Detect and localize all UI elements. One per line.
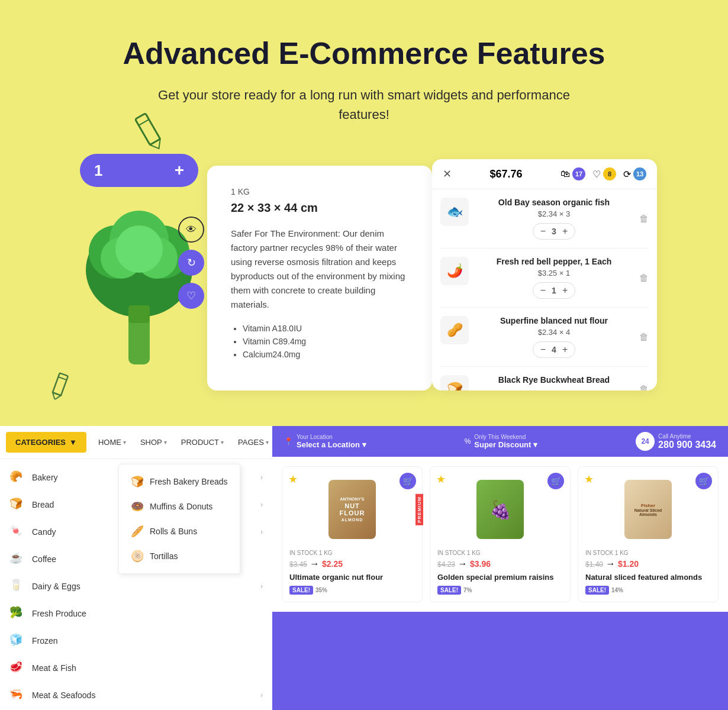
roll-icon: 🥖 bbox=[131, 525, 144, 538]
cart-item-qty-1[interactable]: − 3 + bbox=[533, 223, 575, 240]
qty-plus-btn[interactable]: + bbox=[562, 344, 568, 355]
chevron-right-icon: › bbox=[260, 501, 263, 509]
cart-item: 🥜 Superfine blanced nut flour $2.34 × 4 … bbox=[440, 308, 649, 367]
stock-label-2: IN STOCK 1 KG bbox=[437, 550, 563, 556]
add-to-cart-button-2[interactable]: 🛒 bbox=[547, 473, 564, 489]
cart-icon-button[interactable]: 🛍 17 bbox=[561, 167, 585, 180]
quantity-bar[interactable]: 1 + bbox=[80, 154, 198, 187]
navbar: CATEGORIES ▼ HOME ▾ SHOP ▾ PRODUCT ▾ PAG… bbox=[0, 426, 272, 459]
submenu-rolls[interactable]: 🥖 Rolls & Buns bbox=[119, 519, 240, 544]
cart-item-qty-2[interactable]: − 1 + bbox=[533, 282, 575, 299]
hero-subtitle: Get your store ready for a long run with… bbox=[157, 85, 571, 124]
call-label: Call Anytime bbox=[658, 433, 716, 440]
cart-item-image-1: 🐟 bbox=[440, 198, 469, 226]
sidebar-item-meat-fish[interactable]: 🥩 Meat & Fish bbox=[0, 654, 272, 682]
delete-icon[interactable]: 🗑 bbox=[639, 273, 649, 283]
close-icon[interactable]: ✕ bbox=[443, 167, 452, 180]
chevron-right-icon: › bbox=[260, 691, 263, 699]
price-old-3: $1.40 bbox=[585, 560, 603, 569]
wishlist-star-icon[interactable]: ★ bbox=[436, 473, 446, 486]
svg-point-9 bbox=[115, 225, 163, 273]
sidebar-item-frozen[interactable]: 🧊 Frozen bbox=[0, 627, 272, 654]
view-icon[interactable]: 👁 bbox=[178, 217, 204, 243]
refresh-icon[interactable]: ↻ bbox=[178, 250, 204, 276]
delete-icon[interactable]: 🗑 bbox=[639, 214, 649, 224]
nav-item-product[interactable]: PRODUCT ▾ bbox=[175, 434, 230, 450]
delete-icon[interactable]: 🗑 bbox=[639, 332, 649, 343]
wishlist-icon-button[interactable]: ♡ 8 bbox=[592, 167, 616, 180]
quantity-plus-icon[interactable]: + bbox=[175, 161, 184, 180]
cart-item: 🌶️ Fresh red bell pepper, 1 Each $3.25 ×… bbox=[440, 248, 649, 308]
donut-icon: 🍩 bbox=[131, 500, 144, 513]
cart-count-badge: 17 bbox=[572, 167, 585, 180]
product-visual-panel: 1 + 👁 ↻ bbox=[71, 154, 207, 390]
sidebar-item-fresh-produce[interactable]: 🥦 Fresh Produce bbox=[0, 600, 272, 627]
product-nutrients: Vitamin A18.0IU Vitamin C89.4mg Calcium2… bbox=[231, 324, 408, 359]
phone-item: 24 Call Anytime 280 900 3434 bbox=[636, 432, 716, 451]
meat-icon: 🥩 bbox=[9, 660, 25, 676]
location-item[interactable]: 📍 Your Location Select a Location ▾ bbox=[284, 434, 366, 449]
heart-outline-icon: ♡ bbox=[592, 169, 601, 180]
sale-badge-2: SALE! 7% bbox=[437, 586, 472, 595]
product-dimensions: 22 × 33 × 44 cm bbox=[231, 201, 408, 215]
submenu-tortillas[interactable]: 🫓 Tortillas bbox=[119, 544, 240, 569]
sale-pct-1: 35% bbox=[315, 587, 327, 593]
submenu-muffins[interactable]: 🍩 Muffins & Donuts bbox=[119, 494, 240, 519]
navigation-panel: CATEGORIES ▼ HOME ▾ SHOP ▾ PRODUCT ▾ PAG… bbox=[0, 426, 272, 710]
nav-item-home[interactable]: HOME ▾ bbox=[92, 434, 132, 450]
submenu-label: Fresh Bakery Breads bbox=[150, 477, 228, 486]
submenu-label: Muffins & Donuts bbox=[150, 502, 212, 511]
sidebar-label: Dairy & Eggs bbox=[32, 582, 260, 591]
categories-button[interactable]: CATEGORIES ▼ bbox=[6, 432, 86, 453]
sidebar-item-meat-seafoods[interactable]: 🦐 Meat & Seafoods › bbox=[0, 682, 272, 709]
svg-marker-13 bbox=[50, 392, 61, 401]
nut-flour-image: ANTHONY'S NUT FLOUR ALMOND bbox=[328, 480, 376, 539]
products-grid: ★ 🛒 ANTHONY'S NUT FLOUR ALMOND IN STOCK … bbox=[272, 457, 728, 612]
cart-bag-icon: 🛍 bbox=[561, 169, 570, 179]
qty-plus-btn[interactable]: + bbox=[562, 226, 568, 237]
heart-icon[interactable]: ♡ bbox=[178, 283, 204, 309]
svg-rect-11 bbox=[128, 305, 150, 323]
svg-line-14 bbox=[58, 377, 66, 380]
price-new-3: $1.20 bbox=[618, 559, 639, 569]
wishlist-star-icon[interactable]: ★ bbox=[584, 473, 594, 486]
chevron-down-icon: ▾ bbox=[123, 439, 126, 446]
compare-icon: ⟳ bbox=[623, 169, 631, 180]
delete-icon[interactable]: 🗑 bbox=[639, 384, 649, 390]
qty-minus-icon[interactable]: − bbox=[540, 285, 546, 296]
product-card-3: ★ 🛒 Fisher Natural Sliced Almonds IN STO… bbox=[578, 466, 719, 602]
discount-value[interactable]: Super Discount ▾ bbox=[474, 440, 537, 449]
products-panel: 📍 Your Location Select a Location ▾ % On… bbox=[272, 426, 728, 710]
sidebar-item-dairy[interactable]: 🥛 Dairy & Eggs › bbox=[0, 573, 272, 600]
sale-badge-3: SALE! 14% bbox=[585, 586, 623, 595]
submenu-fresh-bakery[interactable]: 🍞 Fresh Bakery Breads bbox=[119, 469, 240, 494]
nav-item-pages[interactable]: PAGES ▾ bbox=[232, 434, 275, 450]
dairy-icon: 🥛 bbox=[9, 579, 25, 594]
cart-item-qty-3[interactable]: − 4 + bbox=[533, 341, 575, 358]
nav-item-shop[interactable]: SHOP ▾ bbox=[134, 434, 173, 450]
wishlist-count-badge: 8 bbox=[603, 167, 616, 180]
add-to-cart-button-1[interactable]: 🛒 bbox=[400, 473, 416, 489]
chevron-right-icon: › bbox=[260, 528, 263, 536]
qty-plus-btn[interactable]: + bbox=[562, 285, 568, 296]
qty-minus-icon[interactable]: − bbox=[540, 344, 546, 355]
price-old-2: $4.23 bbox=[437, 560, 455, 569]
product-image-1: ANTHONY'S NUT FLOUR ALMOND bbox=[289, 474, 415, 545]
product-image-3: Fisher Natural Sliced Almonds bbox=[585, 474, 711, 545]
sale-label-1: SALE! bbox=[289, 586, 313, 595]
location-select[interactable]: Select a Location ▾ bbox=[297, 440, 366, 449]
produce-icon: 🥦 bbox=[9, 606, 25, 621]
compare-icon-button[interactable]: ⟳ 13 bbox=[623, 167, 646, 180]
bread-icon: 🍞 bbox=[9, 497, 25, 512]
product-card-2: ★ 🛒 🍇 IN STOCK 1 KG $4.23 → $3.96 Golden… bbox=[430, 466, 571, 602]
broccoli-image: 👁 ↻ ♡ bbox=[80, 199, 198, 390]
add-to-cart-button-3[interactable]: 🛒 bbox=[695, 473, 712, 489]
price-old-1: $3.45 bbox=[289, 560, 307, 569]
svg-rect-2 bbox=[135, 114, 149, 125]
svg-rect-12 bbox=[53, 373, 68, 395]
cart-item-image-4: 🍞 bbox=[440, 375, 469, 390]
nutrient-1: Vitamin A18.0IU bbox=[243, 324, 408, 333]
price-new-2: $3.96 bbox=[470, 559, 491, 569]
wishlist-star-icon[interactable]: ★ bbox=[288, 473, 298, 486]
qty-minus-icon[interactable]: − bbox=[540, 226, 546, 237]
